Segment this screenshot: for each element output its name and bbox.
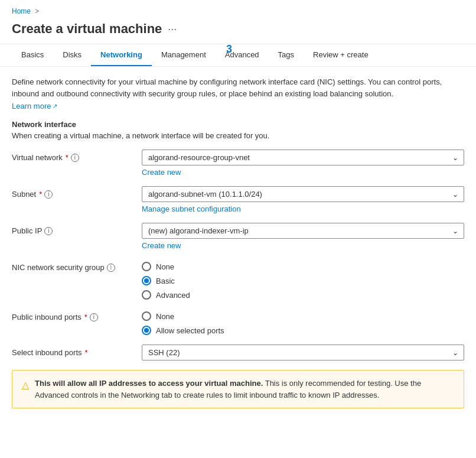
breadcrumb-separator: > xyxy=(35,7,39,15)
section-description: Define network connectivity for your vir… xyxy=(12,76,464,99)
inbound-none-radio[interactable] xyxy=(142,311,151,321)
tab-management[interactable]: Management xyxy=(152,44,216,66)
virtual-network-control: algorand-resource-group-vnet ⌄ Create ne… xyxy=(142,150,464,177)
nic-nsg-advanced-radio[interactable] xyxy=(142,290,151,300)
public-ip-label: Public IP i xyxy=(12,223,142,235)
manage-subnet-link[interactable]: Manage subnet configuration xyxy=(142,204,241,213)
public-inbound-ports-row: Public inbound ports * i None Allow sele… xyxy=(12,309,464,335)
public-inbound-ports-info-icon[interactable]: i xyxy=(90,313,98,321)
learn-more-link[interactable]: Learn more xyxy=(12,102,57,111)
public-ip-create-new-link[interactable]: Create new xyxy=(142,241,181,250)
step-indicator: 3 xyxy=(226,43,232,56)
tab-basics[interactable]: Basics xyxy=(12,44,53,66)
virtual-network-info-icon[interactable]: i xyxy=(71,154,79,162)
required-marker: * xyxy=(84,313,87,321)
tabs: Basics Disks Networking Management Advan… xyxy=(12,44,464,66)
subnet-select-wrapper: algorand-subnet-vm (10.1.1.0/24) ⌄ xyxy=(142,186,464,202)
tab-disks[interactable]: Disks xyxy=(53,44,91,66)
nic-nsg-basic-radio-dot xyxy=(144,278,149,283)
virtual-network-create-new-link[interactable]: Create new xyxy=(142,168,181,177)
nic-nsg-basic-option[interactable]: Basic xyxy=(142,276,464,285)
inbound-none-option[interactable]: None xyxy=(142,311,464,321)
public-inbound-ports-control: None Allow selected ports xyxy=(142,309,464,335)
ellipsis-menu-button[interactable]: ··· xyxy=(168,23,177,35)
nic-nsg-control: None Basic Advanced xyxy=(142,259,464,300)
nic-nsg-basic-radio[interactable] xyxy=(142,276,151,285)
required-marker: * xyxy=(85,348,88,357)
breadcrumb: Home > xyxy=(0,0,476,19)
virtual-network-select-wrapper: algorand-resource-group-vnet ⌄ xyxy=(142,150,464,165)
virtual-network-row: Virtual network * i algorand-resource-gr… xyxy=(12,150,464,177)
page-header: Create a virtual machine ··· xyxy=(0,19,476,44)
public-ip-select-wrapper: (new) algorand-indexer-vm-ip ⌄ xyxy=(142,223,464,239)
network-interface-desc: When creating a virtual machine, a netwo… xyxy=(12,131,464,140)
virtual-network-label: Virtual network * i xyxy=(12,150,142,162)
network-interface-title: Network interface xyxy=(12,120,464,129)
nic-nsg-info-icon[interactable]: i xyxy=(107,264,115,272)
public-ip-select[interactable]: (new) algorand-indexer-vm-ip xyxy=(142,223,464,239)
inbound-allow-radio[interactable] xyxy=(142,326,151,335)
subnet-row: Subnet * i algorand-subnet-vm (10.1.1.0/… xyxy=(12,186,464,213)
tab-advanced[interactable]: Advanced xyxy=(216,44,269,66)
tab-review-create[interactable]: Review + create xyxy=(304,44,378,66)
tab-tags[interactable]: Tags xyxy=(269,44,304,66)
nic-nsg-none-option[interactable]: None xyxy=(142,262,464,271)
public-inbound-ports-radio-group: None Allow selected ports xyxy=(142,309,464,335)
subnet-label: Subnet * i xyxy=(12,186,142,199)
breadcrumb-home[interactable]: Home xyxy=(12,7,31,15)
page-title: Create a virtual machine xyxy=(12,21,162,37)
subnet-control: algorand-subnet-vm (10.1.1.0/24) ⌄ Manag… xyxy=(142,186,464,213)
warning-text-bold: This will allow all IP addresses to acce… xyxy=(35,379,263,388)
tab-networking[interactable]: Networking xyxy=(91,44,152,66)
nic-nsg-label: NIC network security group i xyxy=(12,259,142,272)
warning-text: This will allow all IP addresses to acce… xyxy=(35,378,454,401)
inbound-allow-option[interactable]: Allow selected ports xyxy=(142,326,464,335)
public-ip-info-icon[interactable]: i xyxy=(44,227,53,235)
select-inbound-ports-control: SSH (22) ⌄ xyxy=(142,345,464,360)
nic-nsg-row: NIC network security group i None Basic xyxy=(12,259,464,300)
inbound-allow-radio-dot xyxy=(144,328,149,333)
main-content: Define network connectivity for your vir… xyxy=(0,67,476,418)
warning-triangle-icon: △ xyxy=(22,378,29,401)
select-inbound-ports-row: Select inbound ports * SSH (22) ⌄ xyxy=(12,345,464,360)
subnet-select[interactable]: algorand-subnet-vm (10.1.1.0/24) xyxy=(142,186,464,202)
tabs-container: 3 Basics Disks Networking Management Adv… xyxy=(0,44,476,67)
page-container: Home > Create a virtual machine ··· 3 Ba… xyxy=(0,0,476,458)
virtual-network-select[interactable]: algorand-resource-group-vnet xyxy=(142,150,464,165)
select-inbound-ports-label: Select inbound ports * xyxy=(12,345,142,357)
public-inbound-ports-label: Public inbound ports * i xyxy=(12,309,142,321)
nic-nsg-radio-group: None Basic Advanced xyxy=(142,259,464,300)
select-inbound-ports-select[interactable]: SSH (22) xyxy=(142,345,464,360)
nic-nsg-none-radio[interactable] xyxy=(142,262,151,271)
required-marker: * xyxy=(39,190,42,199)
required-marker: * xyxy=(66,153,69,162)
subnet-info-icon[interactable]: i xyxy=(44,190,53,199)
public-ip-control: (new) algorand-indexer-vm-ip ⌄ Create ne… xyxy=(142,223,464,250)
nic-nsg-advanced-option[interactable]: Advanced xyxy=(142,290,464,300)
public-ip-row: Public IP i (new) algorand-indexer-vm-ip… xyxy=(12,223,464,250)
warning-box: △ This will allow all IP addresses to ac… xyxy=(12,370,464,408)
select-inbound-ports-select-wrapper: SSH (22) ⌄ xyxy=(142,345,464,360)
